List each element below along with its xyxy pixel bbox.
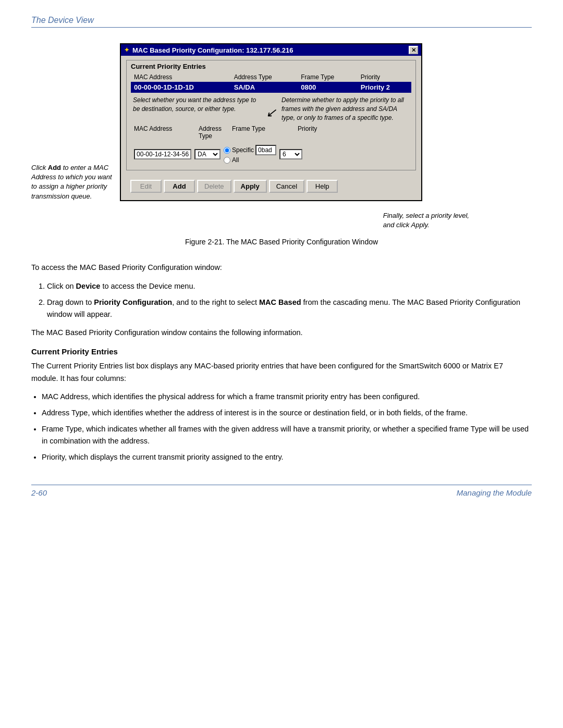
step-1: Click on Device to access the Device men… — [47, 280, 532, 292]
steps-list: Click on Device to access the Device men… — [47, 280, 532, 321]
table-header-row: MAC Address Address Type Frame Type Prio… — [131, 72, 411, 82]
priority-table: MAC Address Address Type Frame Type Prio… — [131, 72, 411, 93]
col-header-priority: Priority — [358, 72, 411, 82]
table-cell-addr-type: SA/DA — [231, 82, 298, 93]
button-row: Edit Add Delete Apply Cancel Help — [126, 176, 416, 196]
addr-type-select[interactable]: DA SA SA/DA — [194, 149, 221, 159]
mac-address-input[interactable] — [134, 149, 191, 159]
table-row[interactable]: 00-00-00-1D-1D-1D SA/DA 0800 Priority 2 — [131, 82, 411, 93]
dialog-icon: ✦ — [124, 46, 129, 54]
annotation-bottom: Finally, select a priority level, and cl… — [383, 211, 469, 230]
figure-wrapper: Click Add to enter a MAC Address to whic… — [120, 43, 474, 201]
table-cell-mac: 00-00-00-1D-1D-1D — [131, 82, 231, 93]
page-footer: 2-60 Managing the Module — [31, 485, 532, 497]
help-button[interactable]: Help — [307, 180, 338, 193]
dialog-body: Current Priority Entries MAC Address Add… — [121, 56, 421, 200]
input-header-mac: MAC Address — [134, 125, 195, 140]
radio-all-row: All — [224, 156, 276, 164]
figure-area: Click Add to enter a MAC Address to whic… — [31, 43, 532, 246]
input-header-frame: Frame Type — [232, 125, 295, 140]
col-header-frame-type: Frame Type — [298, 72, 358, 82]
col-header-addr-type: Address Type — [231, 72, 298, 82]
dialog-title-text: MAC Based Priority Configuration: 132.17… — [132, 46, 293, 54]
callout-right-text: Determine whether to apply the priority … — [282, 96, 409, 122]
radio-specific-row: Specific — [224, 145, 276, 155]
radio-all-label: All — [232, 156, 239, 164]
input-row: DA SA SA/DA Specific — [131, 143, 411, 166]
priority-select[interactable]: 6 1 2 3 4 5 7 — [279, 149, 302, 159]
radio-specific[interactable] — [224, 147, 230, 154]
frame-type-group: Specific All — [224, 145, 276, 164]
input-header-priority: Priority — [298, 125, 329, 140]
apply-button[interactable]: Apply — [234, 180, 267, 193]
annotation-bottom-line1: Finally, select a priority level, — [383, 211, 469, 220]
bullets-list: MAC Address, which identifies the physic… — [42, 391, 532, 464]
bullet-2: Address Type, which identifies whether t… — [42, 407, 532, 419]
bullet-4: Priority, which displays the current tra… — [42, 451, 532, 463]
body-intro: To access the MAC Based Priority Configu… — [31, 262, 532, 274]
bullet-3: Frame Type, which indicates whether all … — [42, 423, 532, 447]
step-2-bold-1: Priority Configuration — [94, 298, 172, 306]
bullet-1: MAC Address, which identifies the physic… — [42, 391, 532, 403]
input-row-headers: MAC Address Address Type Frame Type Prio… — [131, 124, 411, 141]
after-steps-text: The MAC Based Priority Configuration win… — [31, 327, 532, 339]
current-priority-entries-group: Current Priority Entries MAC Address Add… — [126, 60, 416, 170]
dialog-window: ✦ MAC Based Priority Configuration: 132.… — [120, 43, 422, 201]
footer-section-title: Managing the Module — [457, 488, 532, 497]
footer-page-number: 2-60 — [31, 488, 47, 497]
frame-type-input[interactable] — [255, 145, 276, 155]
group-box-label: Current Priority Entries — [131, 63, 411, 70]
edit-button[interactable]: Edit — [130, 180, 162, 193]
callout-arrow-down: ↙ — [266, 96, 276, 120]
dialog-title-area: ✦ MAC Based Priority Configuration: 132.… — [124, 46, 293, 54]
step-2: Drag down to Priority Configuration, and… — [47, 297, 532, 320]
add-button[interactable]: Add — [164, 180, 195, 193]
table-cell-priority: Priority 2 — [358, 82, 411, 93]
figure-caption: Figure 2-21. The MAC Based Priority Conf… — [185, 238, 378, 246]
annotation-bottom-line2: and click Apply. — [383, 220, 469, 230]
delete-button[interactable]: Delete — [197, 180, 231, 193]
radio-specific-label: Specific — [232, 146, 254, 154]
annotation-left: Click Add to enter a MAC Address to whic… — [31, 163, 115, 201]
callout-left-text: Select whether you want the address type… — [133, 96, 261, 122]
input-header-addr: Address Type — [199, 125, 229, 140]
page-title: The Device View — [31, 16, 94, 24]
col-header-mac: MAC Address — [131, 72, 231, 82]
table-cell-frame-type: 0800 — [298, 82, 358, 93]
step-1-bold: Device — [76, 282, 101, 290]
dialog-titlebar: ✦ MAC Based Priority Configuration: 132.… — [121, 44, 421, 56]
callout-area: Select whether you want the address type… — [131, 93, 411, 124]
dialog-close-button[interactable]: ✕ — [409, 46, 418, 54]
cancel-button[interactable]: Cancel — [269, 180, 304, 193]
page-header: The Device View — [31, 16, 532, 28]
section-heading: Current Priority Entries — [31, 347, 532, 356]
step-2-bold-2: MAC Based — [259, 298, 301, 306]
radio-all[interactable] — [224, 157, 230, 164]
section-intro: The Current Priority Entries list box di… — [31, 360, 532, 384]
